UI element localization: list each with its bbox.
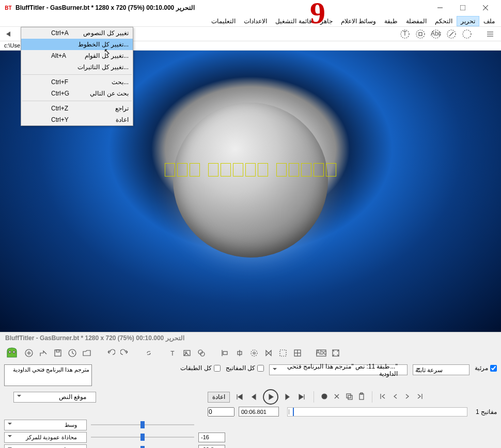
menu-help[interactable]: التعليمات	[207, 16, 240, 26]
align-left[interactable]	[219, 347, 231, 359]
svg-text:T: T	[403, 30, 407, 37]
menu-playlist[interactable]: قائمة التشغيل	[271, 16, 316, 26]
dd-change-all-fonts[interactable]: ...تغيير كل الخطوط	[21, 39, 133, 50]
titlebar: BT BluffTitler - GasBurner.bt * 1280 x 7…	[0, 0, 501, 15]
link-button[interactable]	[143, 347, 155, 359]
monster-icon[interactable]	[4, 346, 20, 360]
play-row: موقع النص اعادة	[0, 388, 501, 406]
key-prev[interactable]	[379, 392, 387, 402]
value-0[interactable]	[208, 407, 234, 417]
menu-media[interactable]: وسائط الاعلام	[337, 16, 380, 26]
tool-dashed-brush[interactable]	[444, 29, 459, 39]
menu-edit[interactable]: تحرير	[457, 16, 479, 26]
key-next[interactable]	[416, 392, 424, 402]
bottom-toolbar: T Abc	[0, 344, 501, 362]
dd-sep-1	[22, 74, 132, 75]
svg-rect-1	[460, 5, 465, 10]
svg-rect-23	[56, 350, 59, 352]
align-center-h[interactable]	[233, 347, 246, 359]
app-icon: BT	[4, 4, 12, 12]
open-button[interactable]	[81, 347, 93, 359]
save-button[interactable]	[52, 347, 64, 359]
back-button[interactable]	[3, 28, 14, 40]
keys-count-label: مفاتيح 1	[476, 408, 497, 415]
layer-select[interactable]: ''...طبقة 11: نص ''مترجم هذا البرنامج فت…	[269, 364, 408, 375]
dd-change-all-textures[interactable]: ...تغيير كل القوامAlt+A	[21, 50, 133, 61]
record-button[interactable]	[320, 392, 328, 402]
window-title: BluffTitler - GasBurner.bt * 1280 x 720 …	[15, 4, 195, 11]
speed-select[interactable]: سرعة ثابتة	[413, 364, 469, 375]
menu-settings[interactable]: الاعدادات	[240, 16, 271, 26]
redo-button[interactable]	[119, 347, 131, 359]
step-fwd[interactable]	[281, 391, 293, 403]
rewind-start[interactable]	[234, 391, 245, 403]
maximize-button[interactable]	[451, 0, 474, 15]
tool-dashed-circle[interactable]	[460, 29, 474, 39]
abc-preview[interactable]: Abc	[315, 347, 327, 359]
fx-tool[interactable]	[195, 347, 208, 359]
menu-control[interactable]: التحكم	[431, 16, 457, 26]
maximize-preview[interactable]	[330, 347, 342, 359]
add-button[interactable]	[23, 347, 35, 359]
svg-rect-57	[359, 394, 364, 399]
play-button[interactable]	[263, 389, 278, 405]
slider-row-2: مسطح	[4, 443, 497, 448]
step-back[interactable]	[248, 391, 260, 403]
dd-find[interactable]: ...بحثCtrl+F	[21, 76, 133, 88]
key-back[interactable]	[391, 392, 399, 402]
flip-tool[interactable]	[262, 347, 275, 359]
visible-checkbox[interactable]: مرئية	[475, 364, 497, 372]
forward-end[interactable]	[296, 391, 307, 403]
svg-text:T: T	[170, 350, 175, 357]
slider-track-2[interactable]	[91, 446, 194, 448]
slider-select-2[interactable]: مسطح	[4, 444, 87, 449]
reset-button[interactable]: اعادة	[208, 392, 230, 403]
dd-change-all-texts[interactable]: تغيير كل النصوصCtrl+A	[21, 27, 133, 39]
slider-select-0[interactable]: وسط	[4, 420, 87, 430]
export-button[interactable]	[37, 347, 50, 359]
image-tool[interactable]	[181, 347, 193, 359]
grid-tool[interactable]	[291, 347, 304, 359]
key-fwd[interactable]	[403, 392, 412, 402]
slider-track-0[interactable]	[91, 421, 194, 428]
dd-undo[interactable]: تراجعCtrl+Z	[21, 103, 133, 114]
svg-marker-47	[252, 394, 256, 399]
svg-point-18	[13, 351, 15, 353]
preview-text-boxes	[165, 163, 336, 177]
all-keys-checkbox[interactable]: كل المفاتيح	[226, 364, 264, 372]
property-select[interactable]: موقع النص	[13, 392, 96, 403]
svg-point-13	[463, 30, 471, 38]
text-tool[interactable]: T	[166, 347, 179, 359]
copy-key[interactable]	[345, 392, 353, 402]
slider-select-1[interactable]: محاذاة عمودية للمركز	[4, 432, 87, 443]
menu-layer[interactable]: طبقة	[380, 16, 402, 26]
timeline[interactable]	[287, 407, 467, 417]
slider-area: وسط محاذاة عمودية للمركز مسطح	[0, 418, 501, 448]
minimize-button[interactable]	[429, 0, 451, 15]
delete-key[interactable]	[333, 392, 341, 402]
menu-favorites[interactable]: المفضلة	[402, 16, 431, 26]
slider-track-1[interactable]	[91, 434, 194, 441]
all-layers-checkbox[interactable]: كل الطبقات	[180, 364, 220, 372]
cursor-icon: ↖	[104, 47, 110, 55]
tool-dashed-square[interactable]	[413, 29, 428, 39]
paste-key[interactable]	[357, 392, 366, 402]
guides-tool[interactable]	[277, 347, 289, 359]
slider-value-1[interactable]	[198, 433, 225, 442]
tool-dashed-abc[interactable]: Abc	[429, 29, 443, 39]
hamburger-icon[interactable]	[483, 29, 497, 39]
undo-button[interactable]	[104, 347, 117, 359]
time-input[interactable]	[239, 407, 279, 417]
slider-value-2[interactable]	[198, 445, 225, 449]
dd-redo[interactable]: اعادةCtrl+Y	[21, 114, 133, 125]
dd-change-all-effects[interactable]: ...تغيير كل التاثيرات	[21, 61, 133, 73]
svg-point-37	[253, 352, 255, 354]
align-dist[interactable]	[248, 347, 260, 359]
edit-dropdown: تغيير كل النصوصCtrl+A ...تغيير كل الخطوط…	[21, 27, 133, 126]
menu-file[interactable]: ملف	[479, 16, 499, 26]
tool-dashed-t[interactable]: T	[398, 29, 412, 39]
close-button[interactable]	[474, 0, 497, 15]
dd-find-next[interactable]: بحث عن التاليCtrl+G	[21, 88, 133, 99]
layer-text-input[interactable]: مترجم هذا البرنامج فتحي الداودية	[4, 364, 92, 386]
clock-button[interactable]	[66, 347, 79, 359]
